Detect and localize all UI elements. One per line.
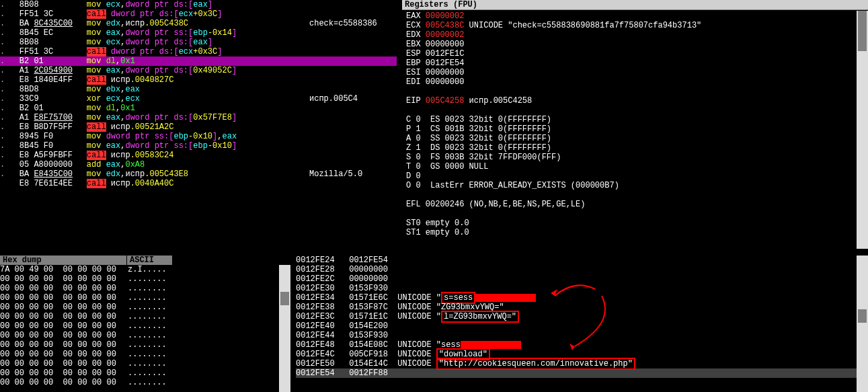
stack-row[interactable]: 0012FE34 01571E6C UNICODE "s=sess — [296, 293, 868, 303]
flag-row: P 1 CS 001B 32bit 0(FFFFFFFF) — [406, 124, 864, 134]
hex-row[interactable]: 00 00 00 00 00 00 00 00 ........ — [0, 340, 290, 350]
disasm-row[interactable]: . 8B45 ECmov eax,dword ptr ss:[ebp-0x14] — [0, 28, 397, 38]
stack-row[interactable]: 0012FE44 0153F930 — [296, 331, 868, 340]
disasm-row[interactable]: . FF51 3Ccall dword ptr ds:[ecx+0x3C] — [0, 9, 397, 19]
flag-row: C 0 ES 0023 32bit 0(FFFFFFFF) — [406, 115, 864, 124]
hex-row[interactable]: 00 00 00 00 00 00 00 00 ........ — [0, 321, 290, 331]
flag-row: Z 1 DS 0023 32bit 0(FFFFFFFF) — [406, 143, 864, 153]
ascii-header: ASCII — [126, 256, 172, 265]
hex-row[interactable]: 00 00 00 00 00 00 00 00 ........ — [0, 350, 290, 359]
hex-row[interactable]: 00 00 00 00 00 00 00 00 ........ — [0, 312, 290, 321]
hex-row[interactable]: 00 00 00 00 00 00 00 00 ........ — [0, 368, 290, 378]
disasm-row[interactable]: . E8 B8D7F5FFcall испр.00521A2C — [0, 122, 397, 132]
stack-row[interactable]: 0012FE3C 01571E1C UNICODE "l=ZG93bmxvYWQ… — [296, 312, 868, 321]
disasm-row[interactable]: . 8945 F0mov dword ptr ss:[ebp-0x10],eax — [0, 132, 397, 141]
hex-row[interactable]: 00 00 00 00 00 00 00 00 ........ — [0, 331, 290, 340]
flag-row: S 0 FS 003B 32bit 7FFDF000(FFF) — [406, 153, 864, 162]
registers-pane[interactable]: Registers (FPU) EAX 00000002ECX 005C438C… — [402, 0, 868, 249]
disasm-row[interactable]: . 33C9xor ecx,ecxиспр.005C4 — [0, 94, 397, 104]
register-row: EDI 00000000 — [406, 77, 864, 87]
stack-row[interactable]: 0012FE28 00000000 — [296, 265, 868, 274]
hex-row[interactable]: 00 00 00 00 00 00 00 00 ........ — [0, 359, 290, 368]
disasm-row[interactable]: E8 7E61E4EEcall испр.0040A40C — [0, 179, 397, 188]
disasm-row[interactable]: . A1 E8F75700mov eax,dword ptr ds:[0x57F… — [0, 113, 397, 122]
hexdump-pane[interactable]: Hex dumpASCII 7A 00 49 00 00 00 00 00 z.… — [0, 256, 290, 392]
disasm-row[interactable]: . 8B08mov ecx,dword ptr ds:[eax] — [0, 0, 397, 9]
register-row: EDX 00000002 — [406, 30, 864, 40]
stack-row[interactable]: 0012FE50 0154E14C UNICODE "http://cookie… — [296, 359, 868, 368]
disassembly-pane[interactable]: . 8B08mov ecx,dword ptr ds:[eax]. FF51 3… — [0, 0, 397, 208]
flag-row: T 0 GS 0000 NULL — [406, 162, 864, 171]
stack-row[interactable]: 0012FE54 0012FF88 — [296, 368, 868, 378]
fpu-row: ST0 empty 0.0 — [406, 219, 864, 228]
register-row: EAX 00000002 — [406, 11, 864, 21]
stack-row[interactable]: 0012FE30 0153F930 — [296, 284, 868, 293]
hexdump-header: Hex dump — [0, 256, 126, 265]
stack-row[interactable]: 0012FE24 0012FE54 — [296, 256, 868, 265]
register-row: ECX 005C438C UNICODE "check=c55883869088… — [406, 21, 864, 30]
registers-title: Registers (FPU) — [402, 0, 868, 10]
stack-row[interactable]: 0012FE2C 00000000 — [296, 274, 868, 284]
hex-row[interactable]: 7A 00 49 00 00 00 00 00 z.I..... — [0, 265, 290, 274]
stack-pane[interactable]: 0012FE24 0012FE540012FE28 000000000012FE… — [296, 256, 868, 392]
disasm-row[interactable]: . E8 A5F9FBFFcall испр.00583C24 — [0, 151, 397, 160]
eip-row: EIP 005C4258 испр.005C4258 — [406, 96, 864, 106]
hex-row[interactable]: 00 00 00 00 00 00 00 00 ........ — [0, 378, 290, 387]
disasm-row[interactable]: . A1 2C054900mov eax,dword ptr ds:[0x490… — [0, 66, 397, 75]
efl-row: EFL 00200246 (NO,NB,E,BE,NS,PE,GE,LE) — [406, 200, 864, 209]
disasm-row[interactable]: . B2 01mov dl,0x1 — [0, 104, 397, 113]
stack-row[interactable]: 0012FE48 0154E08C UNICODE "sess — [296, 340, 868, 350]
stack-scrollbar[interactable] — [857, 256, 868, 392]
register-row: ESP 0012FE1C — [406, 49, 864, 58]
disasm-row[interactable]: . 8B08mov ecx,dword ptr ds:[eax] — [0, 38, 397, 47]
flag-row: D 0 — [406, 171, 864, 181]
disasm-row[interactable]: . FF51 3Ccall dword ptr ds:[ecx+0x3C] — [0, 47, 397, 56]
disasm-row[interactable]: . BA 8C435C00mov edx,испр.005C438Ccheck=… — [0, 19, 397, 28]
disasm-row[interactable]: . B2 01mov dl,0x1 — [0, 56, 397, 66]
flag-row: A 0 SS 0023 32bit 0(FFFFFFFF) — [406, 134, 864, 143]
fpu-row: ST1 empty 0.0 — [406, 228, 864, 237]
flag-row: O 0 LastErr ERROR_ALREADY_EXISTS (000000… — [406, 181, 864, 190]
redacted-value — [475, 294, 536, 302]
register-row: EBX 00000000 — [406, 40, 864, 49]
registers-scrollbar[interactable] — [857, 11, 868, 249]
register-row: ESI 00000000 — [406, 68, 864, 77]
hex-row[interactable]: 00 00 00 00 00 00 00 00 ........ — [0, 303, 290, 312]
disasm-row[interactable]: . 05 A8000000add eax,0xA8 — [0, 160, 397, 169]
disasm-row[interactable]: . 8B45 F0mov eax,dword ptr ss:[ebp-0x10] — [0, 141, 397, 151]
hex-row[interactable]: 00 00 00 00 00 00 00 00 ........ — [0, 274, 290, 284]
stack-row[interactable]: 0012FE40 0154E200 — [296, 321, 868, 331]
disasm-row[interactable]: . BA E8435C00mov edx,испр.005C43E8Mozill… — [0, 169, 397, 179]
hex-scrollbar[interactable] — [279, 265, 290, 392]
disasm-row[interactable]: . E8 1840E4FFcall испр.0040827C — [0, 75, 397, 85]
hex-row[interactable]: 00 00 00 00 00 00 00 00 ........ — [0, 284, 290, 293]
register-row: EBP 0012FE54 — [406, 58, 864, 68]
stack-row[interactable]: 0012FE38 0153F87C UNICODE "ZG93bmxvYWQ=" — [296, 303, 868, 312]
hex-row[interactable]: 00 00 00 00 00 00 00 00 ........ — [0, 293, 290, 303]
disasm-row[interactable]: . 8BD8mov ebx,eax — [0, 85, 397, 94]
